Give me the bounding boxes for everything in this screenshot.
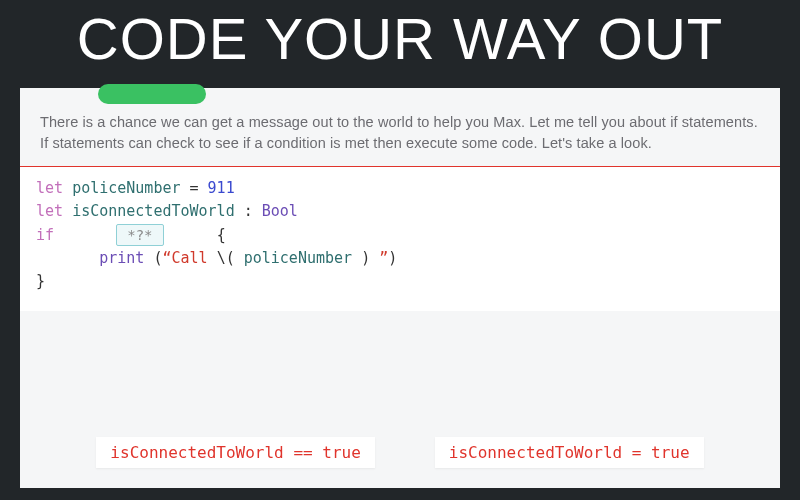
literal-911: 911 bbox=[208, 179, 235, 197]
interp-open: \( bbox=[217, 249, 235, 267]
type-bool: Bool bbox=[262, 202, 298, 220]
interp-var: policeNumber bbox=[235, 249, 361, 267]
string-part-a: “Call bbox=[162, 249, 216, 267]
keyword-let: let bbox=[36, 202, 63, 220]
progress-pill bbox=[98, 84, 206, 104]
op-assign: = bbox=[190, 179, 199, 197]
brace-close: } bbox=[36, 272, 45, 290]
code-line-3: if *?* { bbox=[36, 224, 764, 247]
brace-open: { bbox=[217, 226, 226, 244]
code-block: let policeNumber = 911 let isConnectedTo… bbox=[20, 167, 780, 311]
lesson-panel: There is a chance we can get a message o… bbox=[20, 88, 780, 488]
interp-close: ) bbox=[361, 249, 370, 267]
answer-option-eq[interactable]: isConnectedToWorld == true bbox=[96, 437, 374, 468]
fn-print: print bbox=[99, 249, 144, 267]
paren-close: ) bbox=[388, 249, 397, 267]
string-part-b: ” bbox=[370, 249, 388, 267]
code-line-1: let policeNumber = 911 bbox=[36, 177, 764, 200]
paren-open: ( bbox=[144, 249, 162, 267]
ident-policeNumber: policeNumber bbox=[72, 179, 180, 197]
code-line-4: print (“Call \( policeNumber ) ”) bbox=[36, 247, 764, 270]
blank-slot[interactable]: *?* bbox=[116, 224, 163, 246]
answer-option-assign[interactable]: isConnectedToWorld = true bbox=[435, 437, 704, 468]
keyword-if: if bbox=[36, 226, 54, 244]
game-stage: CODE YOUR WAY OUT There is a chance we c… bbox=[0, 0, 800, 500]
code-line-5: } bbox=[36, 270, 764, 293]
keyword-let: let bbox=[36, 179, 63, 197]
page-title: CODE YOUR WAY OUT bbox=[0, 0, 800, 68]
code-line-2: let isConnectedToWorld : Bool bbox=[36, 200, 764, 223]
answer-tray: isConnectedToWorld == true isConnectedTo… bbox=[20, 437, 780, 468]
colon: : bbox=[244, 202, 253, 220]
ident-isConnectedToWorld: isConnectedToWorld bbox=[72, 202, 235, 220]
